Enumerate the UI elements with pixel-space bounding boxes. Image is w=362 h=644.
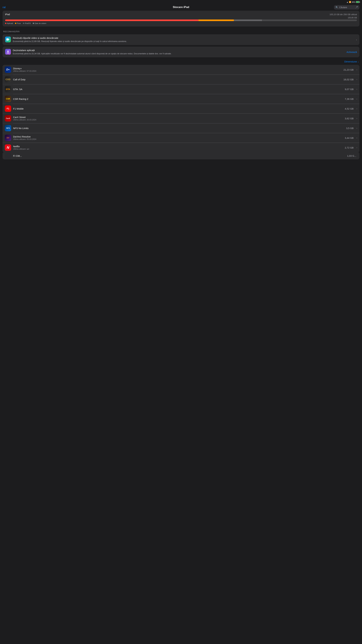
app-item-netflix[interactable]: N Netflix Ultima utilizare: azi 2,72 GB …	[2, 143, 360, 152]
app-item-gta[interactable]: GTA GTA: SA 9,07 GB ›	[2, 84, 360, 94]
app-last-used-disney: Ultima utilizare: 07.03.2024	[13, 70, 342, 72]
app-last-used-netflix: Ultima utilizare: azi	[13, 148, 343, 150]
storage-used-label: 150,85 GB	[5, 16, 357, 19]
legend-ipados-label: iPadOS	[25, 22, 31, 24]
app-item-disney[interactable]: D+ Disney+ Ultima utilizare: 07.03.2024 …	[2, 65, 360, 74]
storage-device-label: iPad	[5, 13, 10, 16]
gta-icon-label: GTA	[6, 88, 10, 90]
back-button[interactable]: ral	[2, 6, 5, 9]
app-name-davinci: DaVinci Resolve	[13, 135, 343, 138]
app-name-f1: F1 Mobile	[13, 107, 343, 110]
app-icon-csr: CSR	[5, 96, 11, 102]
rec-video-desc: Economisiți până la 22,89 GB. Revizuiți …	[13, 40, 354, 43]
sort-header: Dimensiune ↓	[2, 59, 360, 64]
app-chevron-netflix: ›	[357, 146, 357, 149]
app-item-carx[interactable]: CarX CarX Street Ultima utilizare: 20.03…	[2, 114, 360, 123]
recommendation-video[interactable]: Revizuiți clipurile video și audio descă…	[2, 34, 360, 45]
app-info-carx: CarX Street Ultima utilizare: 20.03.2024	[13, 116, 343, 121]
sort-button[interactable]: Dimensiune ↓	[344, 60, 359, 63]
app-item-csr[interactable]: CSR CSR Racing 2 7,36 GB ›	[2, 94, 360, 104]
cellular-icon: 📶	[349, 1, 351, 3]
app-icon-cod: COD	[5, 76, 11, 82]
photos-progress	[199, 20, 234, 21]
app-chevron-carx: ›	[357, 117, 357, 120]
app-size-gta: 9,07 GB	[345, 88, 354, 90]
app-size-davinci: 3,44 GB	[345, 136, 354, 139]
app-chevron-cod: ›	[357, 78, 357, 81]
app-chevron-csr: ›	[357, 98, 357, 100]
app-size-nfs: 3,5 GB	[346, 127, 354, 130]
app-info-nfs: NFS No Limits	[13, 127, 344, 130]
app-size-disney: 21,23 GB	[344, 68, 354, 71]
app-chevron-nfs: ›	[357, 127, 357, 130]
app-name-gta: GTA: SA	[13, 88, 343, 90]
app-item-cod[interactable]: COD Call of Duty 16,02 GB ›	[2, 74, 360, 84]
legend-dot-system	[33, 23, 34, 24]
battery-icon	[356, 1, 360, 3]
rec-uninstall-desc: Economisiți până la 15,34 GB. Aplicațiil…	[13, 52, 345, 55]
app-info-f1: F1 Mobile	[13, 107, 343, 110]
search-placeholder: Căutare	[339, 6, 354, 8]
recommendation-uninstall[interactable]: Dezinstalare aplicații Economisiți până …	[2, 47, 360, 57]
rec-uninstall-icon	[5, 49, 11, 54]
legend-system-label: Date de sistem	[35, 22, 46, 24]
legend-dot-photos	[15, 23, 16, 24]
app-icon-f1: F1	[5, 106, 11, 112]
netflix-icon-label: N	[7, 146, 9, 150]
carx-icon-label: CarX	[6, 118, 10, 119]
recommendations-header: RECOMANDĂRI	[2, 30, 360, 33]
app-name-nfs: NFS No Limits	[13, 127, 344, 130]
activate-button[interactable]: Activează	[347, 51, 357, 53]
uninstall-icon-svg	[6, 50, 10, 54]
legend-dot-apps	[5, 23, 6, 24]
ipados-progress	[234, 20, 262, 21]
storage-used-info: 105,15 GB din 256 GB utilizat	[330, 13, 357, 16]
app-chevron-gta: ›	[357, 88, 357, 90]
app-icon-carx: CarX	[5, 115, 11, 122]
app-size-peek: 1,03 G...	[347, 154, 356, 157]
nfs-icon-label: NFS	[6, 127, 10, 129]
svg-marker-1	[8, 39, 9, 40]
main-content: iPad 105,15 GB din 256 GB utilizat 150,8…	[0, 11, 362, 644]
system-progress	[262, 20, 280, 21]
app-size-carx: 3,62 GB	[345, 117, 354, 120]
app-size-netflix: 2,72 GB	[345, 146, 354, 149]
app-last-used-carx: Ultima utilizare: 20.03.2024	[13, 119, 343, 121]
app-item-davinci[interactable]: DV DaVinci Resolve Ultima utilizare: 05.…	[2, 133, 360, 143]
search-bar[interactable]: 🔍 Căutare 🎤	[334, 5, 360, 10]
storage-progress-bar	[5, 20, 357, 21]
status-bar: ▲ 📶 84%	[0, 0, 362, 4]
search-icon: 🔍	[336, 6, 338, 8]
app-info-disney: Disney+ Ultima utilizare: 07.03.2024	[13, 67, 342, 72]
app-item-f1[interactable]: F1 F1 Mobile 4,52 GB ›	[2, 104, 360, 114]
rec-video-title: Revizuiți clipurile video și audio descă…	[13, 36, 354, 39]
microphone-icon[interactable]: 🎤	[355, 6, 358, 8]
storage-header: iPad 105,15 GB din 256 GB utilizat	[5, 13, 357, 16]
legend-dot-ipados	[23, 23, 24, 24]
battery-fill	[356, 2, 359, 2]
app-info-davinci: DaVinci Resolve Ultima utilizare: 05.03.…	[13, 135, 343, 140]
app-size-f1: 4,52 GB	[345, 107, 354, 110]
app-icon-davinci: DV	[5, 135, 11, 141]
app-name-csr: CSR Racing 2	[13, 98, 343, 100]
svg-point-2	[7, 51, 8, 52]
status-icons: ▲ 📶 84%	[347, 1, 360, 3]
app-size-cod: 16,02 GB	[344, 78, 354, 81]
apps-progress	[5, 20, 199, 21]
app-item-nfs[interactable]: NFS NFS No Limits 3,5 GB ›	[2, 123, 360, 133]
app-info-gta: GTA: SA	[13, 88, 343, 90]
app-info-cod: Call of Duty	[13, 78, 342, 81]
app-icon-disney: D+	[5, 66, 11, 73]
svg-rect-0	[6, 38, 8, 40]
davinci-icon-label: DV	[7, 137, 9, 139]
wifi-icon: ▲	[347, 1, 348, 3]
video-icon-svg	[6, 38, 10, 41]
legend-photos: Poze	[15, 22, 21, 24]
app-icon-netflix: N	[5, 144, 11, 151]
app-chevron-disney: ›	[357, 68, 357, 71]
legend-apps: Aplicații	[5, 22, 13, 24]
rec-uninstall-title: Dezinstalare aplicații	[13, 49, 345, 52]
app-info-peek: Fi Citit...	[13, 154, 345, 157]
app-name-disney: Disney+	[13, 67, 342, 70]
scroll-peek: Fi Citit... 1,03 G...	[2, 152, 360, 160]
